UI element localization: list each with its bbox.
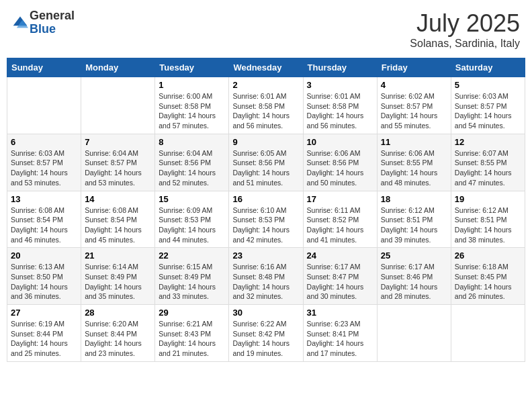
day-number: 21	[85, 250, 151, 261]
day-info: Sunrise: 6:17 AM Sunset: 8:47 PM Dayligh…	[307, 262, 373, 302]
day-info: Sunrise: 6:06 AM Sunset: 8:56 PM Dayligh…	[307, 148, 373, 188]
day-number: 16	[232, 194, 299, 204]
calendar-week-2: 6Sunrise: 6:03 AM Sunset: 8:57 PM Daylig…	[7, 134, 525, 191]
day-info: Sunrise: 6:01 AM Sunset: 8:58 PM Dayligh…	[307, 91, 373, 131]
calendar-cell: 15Sunrise: 6:09 AM Sunset: 8:53 PM Dayli…	[155, 191, 229, 248]
calendar-cell: 27Sunrise: 6:19 AM Sunset: 8:44 PM Dayli…	[7, 305, 81, 362]
day-number: 25	[381, 250, 447, 261]
calendar-week-3: 13Sunrise: 6:08 AM Sunset: 8:54 PM Dayli…	[7, 191, 525, 248]
calendar-cell: 23Sunrise: 6:16 AM Sunset: 8:48 PM Dayli…	[229, 248, 303, 305]
day-info: Sunrise: 6:22 AM Sunset: 8:42 PM Dayligh…	[232, 319, 299, 359]
day-number: 23	[232, 250, 299, 261]
title-block: July 2025 Solanas, Sardinia, Italy	[410, 9, 520, 50]
day-number: 20	[11, 250, 77, 261]
day-number: 4	[381, 80, 447, 90]
calendar-cell: 7Sunrise: 6:04 AM Sunset: 8:57 PM Daylig…	[81, 134, 155, 191]
day-number: 13	[11, 194, 77, 204]
month-year: July 2025	[410, 9, 520, 38]
day-info: Sunrise: 6:08 AM Sunset: 8:54 PM Dayligh…	[11, 205, 77, 245]
day-number: 30	[232, 308, 299, 318]
day-number: 17	[307, 194, 373, 204]
day-info: Sunrise: 6:04 AM Sunset: 8:57 PM Dayligh…	[85, 148, 151, 188]
weekday-header-monday: Monday	[81, 58, 155, 77]
calendar-cell: 6Sunrise: 6:03 AM Sunset: 8:57 PM Daylig…	[7, 134, 81, 191]
weekday-header-saturday: Saturday	[451, 58, 525, 77]
day-number: 6	[11, 137, 77, 147]
location: Solanas, Sardinia, Italy	[410, 38, 520, 50]
day-info: Sunrise: 6:23 AM Sunset: 8:41 PM Dayligh…	[307, 319, 373, 359]
calendar-cell: 20Sunrise: 6:13 AM Sunset: 8:50 PM Dayli…	[7, 248, 81, 305]
day-number: 27	[11, 308, 77, 318]
day-number: 28	[85, 308, 151, 318]
calendar-cell: 18Sunrise: 6:12 AM Sunset: 8:51 PM Dayli…	[377, 191, 451, 248]
page-header: General Blue July 2025 Solanas, Sardinia…	[7, 7, 525, 52]
logo-general: General	[30, 9, 75, 23]
calendar-cell: 16Sunrise: 6:10 AM Sunset: 8:53 PM Dayli…	[229, 191, 303, 248]
day-number: 5	[455, 80, 521, 90]
weekday-header-thursday: Thursday	[303, 58, 377, 77]
weekday-header-wednesday: Wednesday	[229, 58, 303, 77]
logo-blue: Blue	[30, 23, 75, 36]
day-info: Sunrise: 6:03 AM Sunset: 8:57 PM Dayligh…	[11, 148, 77, 188]
calendar-cell: 8Sunrise: 6:04 AM Sunset: 8:56 PM Daylig…	[155, 134, 229, 191]
calendar-cell: 4Sunrise: 6:02 AM Sunset: 8:57 PM Daylig…	[377, 77, 451, 134]
calendar-cell: 19Sunrise: 6:12 AM Sunset: 8:51 PM Dayli…	[451, 191, 525, 248]
logo-icon	[12, 14, 28, 30]
day-number: 14	[85, 194, 151, 204]
calendar-cell: 5Sunrise: 6:03 AM Sunset: 8:57 PM Daylig…	[451, 77, 525, 134]
calendar-cell: 30Sunrise: 6:22 AM Sunset: 8:42 PM Dayli…	[229, 305, 303, 362]
calendar-week-1: 1Sunrise: 6:00 AM Sunset: 8:58 PM Daylig…	[7, 77, 525, 134]
day-info: Sunrise: 6:12 AM Sunset: 8:51 PM Dayligh…	[455, 205, 521, 245]
calendar-week-4: 20Sunrise: 6:13 AM Sunset: 8:50 PM Dayli…	[7, 248, 525, 305]
day-number: 26	[455, 250, 521, 261]
logo-text: General Blue	[30, 9, 75, 36]
calendar-cell: 29Sunrise: 6:21 AM Sunset: 8:43 PM Dayli…	[155, 305, 229, 362]
calendar-table: SundayMondayTuesdayWednesdayThursdayFrid…	[7, 58, 525, 362]
day-number: 29	[159, 308, 225, 318]
calendar-cell: 3Sunrise: 6:01 AM Sunset: 8:58 PM Daylig…	[303, 77, 377, 134]
day-info: Sunrise: 6:12 AM Sunset: 8:51 PM Dayligh…	[381, 205, 447, 245]
day-info: Sunrise: 6:19 AM Sunset: 8:44 PM Dayligh…	[11, 319, 77, 359]
day-info: Sunrise: 6:14 AM Sunset: 8:49 PM Dayligh…	[85, 262, 151, 302]
day-info: Sunrise: 6:09 AM Sunset: 8:53 PM Dayligh…	[159, 205, 225, 245]
day-info: Sunrise: 6:08 AM Sunset: 8:54 PM Dayligh…	[85, 205, 151, 245]
day-number: 1	[159, 80, 225, 90]
day-info: Sunrise: 6:06 AM Sunset: 8:55 PM Dayligh…	[381, 148, 447, 188]
calendar-cell: 2Sunrise: 6:01 AM Sunset: 8:58 PM Daylig…	[229, 77, 303, 134]
calendar-cell: 13Sunrise: 6:08 AM Sunset: 8:54 PM Dayli…	[7, 191, 81, 248]
calendar-cell	[377, 305, 451, 362]
day-info: Sunrise: 6:00 AM Sunset: 8:58 PM Dayligh…	[159, 91, 225, 131]
calendar-cell: 14Sunrise: 6:08 AM Sunset: 8:54 PM Dayli…	[81, 191, 155, 248]
day-number: 11	[381, 137, 447, 147]
weekday-header-friday: Friday	[377, 58, 451, 77]
day-info: Sunrise: 6:07 AM Sunset: 8:55 PM Dayligh…	[455, 148, 521, 188]
day-number: 10	[307, 137, 373, 147]
day-info: Sunrise: 6:03 AM Sunset: 8:57 PM Dayligh…	[455, 91, 521, 131]
weekday-header-tuesday: Tuesday	[155, 58, 229, 77]
day-number: 12	[455, 137, 521, 147]
day-info: Sunrise: 6:02 AM Sunset: 8:57 PM Dayligh…	[381, 91, 447, 131]
calendar-cell: 31Sunrise: 6:23 AM Sunset: 8:41 PM Dayli…	[303, 305, 377, 362]
calendar-cell: 26Sunrise: 6:18 AM Sunset: 8:45 PM Dayli…	[451, 248, 525, 305]
calendar-cell	[451, 305, 525, 362]
day-number: 22	[159, 250, 225, 261]
day-info: Sunrise: 6:16 AM Sunset: 8:48 PM Dayligh…	[232, 262, 299, 302]
calendar-cell: 25Sunrise: 6:17 AM Sunset: 8:46 PM Dayli…	[377, 248, 451, 305]
day-info: Sunrise: 6:15 AM Sunset: 8:49 PM Dayligh…	[159, 262, 225, 302]
day-number: 3	[307, 80, 373, 90]
calendar-cell: 11Sunrise: 6:06 AM Sunset: 8:55 PM Dayli…	[377, 134, 451, 191]
day-number: 18	[381, 194, 447, 204]
calendar-cell: 10Sunrise: 6:06 AM Sunset: 8:56 PM Dayli…	[303, 134, 377, 191]
day-number: 15	[159, 194, 225, 204]
calendar-cell: 9Sunrise: 6:05 AM Sunset: 8:56 PM Daylig…	[229, 134, 303, 191]
day-number: 19	[455, 194, 521, 204]
day-number: 7	[85, 137, 151, 147]
logo: General Blue	[12, 9, 75, 36]
calendar-cell	[81, 77, 155, 134]
day-info: Sunrise: 6:10 AM Sunset: 8:53 PM Dayligh…	[232, 205, 299, 245]
calendar-cell: 21Sunrise: 6:14 AM Sunset: 8:49 PM Dayli…	[81, 248, 155, 305]
day-info: Sunrise: 6:18 AM Sunset: 8:45 PM Dayligh…	[455, 262, 521, 302]
weekday-row: SundayMondayTuesdayWednesdayThursdayFrid…	[7, 58, 525, 77]
calendar-cell: 22Sunrise: 6:15 AM Sunset: 8:49 PM Dayli…	[155, 248, 229, 305]
day-info: Sunrise: 6:05 AM Sunset: 8:56 PM Dayligh…	[232, 148, 299, 188]
